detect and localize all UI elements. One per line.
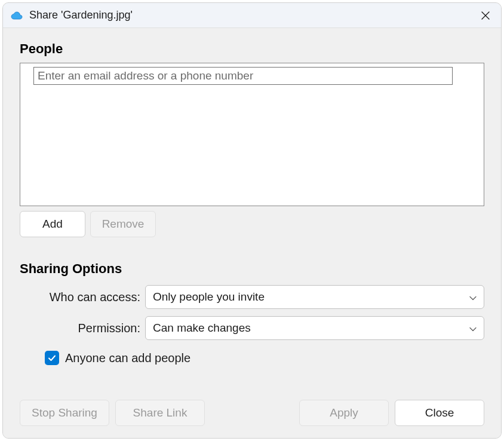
who-can-access-select[interactable]: Only people you invite (145, 285, 484, 309)
who-can-access-value: Only people you invite (153, 290, 265, 304)
permission-label: Permission: (20, 321, 145, 335)
dialog-content: People Add Remove Sharing Options Who ca… (3, 28, 501, 438)
people-listbox[interactable] (20, 63, 484, 206)
permission-value: Can make changes (153, 321, 251, 335)
add-button[interactable]: Add (20, 211, 85, 237)
chevron-down-icon (469, 290, 477, 304)
checkmark-icon (47, 353, 57, 363)
people-heading: People (20, 41, 484, 57)
dialog-footer: Stop Sharing Share Link Apply Close (20, 388, 484, 426)
chevron-down-icon (469, 321, 477, 335)
remove-button[interactable]: Remove (90, 211, 156, 237)
apply-button[interactable]: Apply (299, 400, 389, 426)
share-dialog: Share 'Gardening.jpg' People Add Remove … (2, 2, 502, 439)
sharing-options-section: Sharing Options Who can access: Only peo… (20, 261, 484, 365)
window-title: Share 'Gardening.jpg' (29, 9, 477, 22)
sharing-options-heading: Sharing Options (20, 261, 484, 277)
close-window-button[interactable] (477, 7, 494, 24)
footer-spacer (211, 400, 293, 426)
people-button-row: Add Remove (20, 211, 484, 237)
permission-row: Permission: Can make changes (20, 316, 484, 340)
people-input[interactable] (33, 67, 453, 85)
share-link-button[interactable]: Share Link (115, 400, 205, 426)
stop-sharing-button[interactable]: Stop Sharing (20, 400, 109, 426)
who-can-access-label: Who can access: (20, 290, 145, 304)
close-button[interactable]: Close (395, 400, 484, 426)
anyone-can-add-label: Anyone can add people (65, 351, 190, 365)
anyone-can-add-row: Anyone can add people (20, 351, 484, 365)
anyone-can-add-checkbox[interactable] (45, 351, 59, 365)
who-can-access-row: Who can access: Only people you invite (20, 285, 484, 309)
titlebar: Share 'Gardening.jpg' (3, 3, 501, 28)
cloud-icon (10, 9, 23, 22)
permission-select[interactable]: Can make changes (145, 316, 484, 340)
